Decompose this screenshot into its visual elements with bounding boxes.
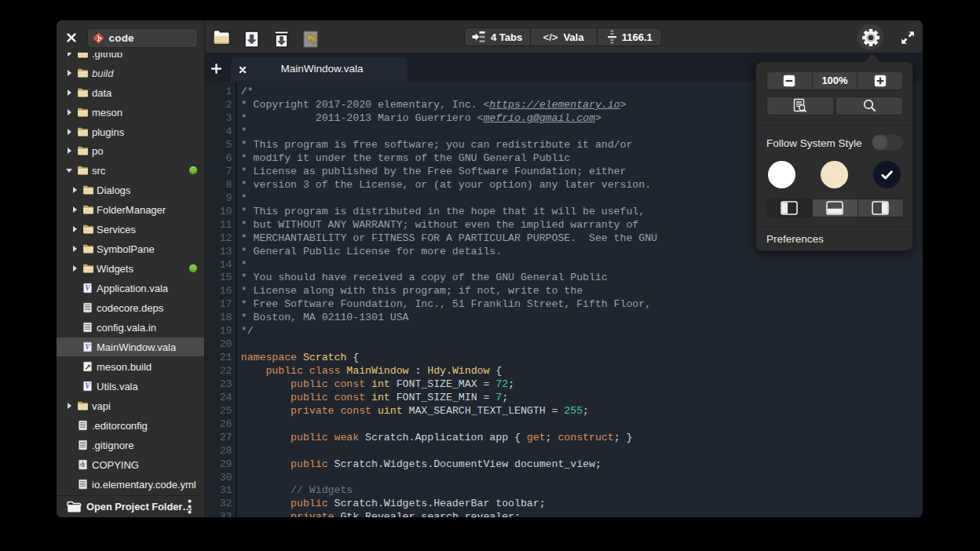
svg-text:V: V <box>85 284 90 292</box>
svg-text:V: V <box>85 343 90 351</box>
svg-text:V: V <box>85 382 90 390</box>
